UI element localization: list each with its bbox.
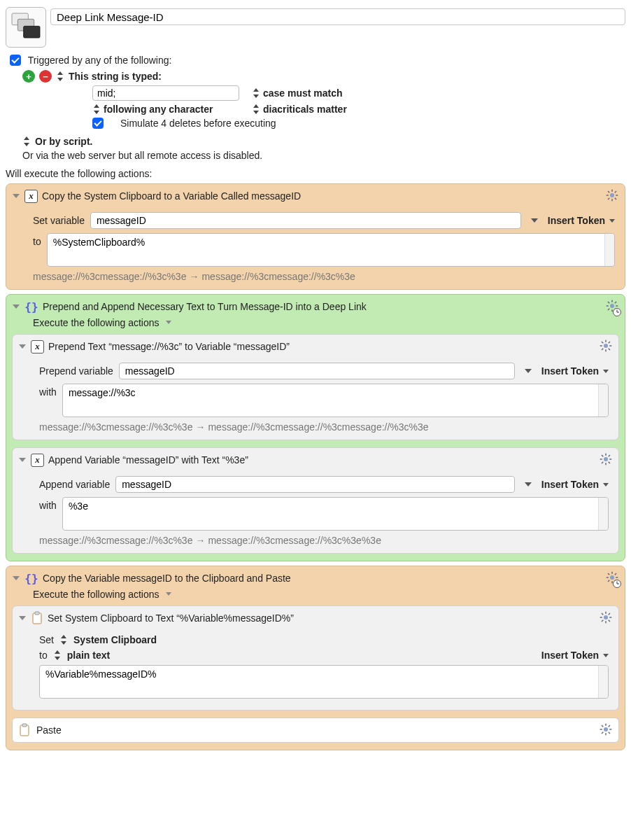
variable-icon: x — [24, 190, 38, 203]
set-variable-label: Set variable — [33, 215, 85, 226]
gear-icon[interactable] — [599, 610, 613, 624]
with-value-input[interactable]: %3e — [63, 498, 598, 530]
action-title: Append Variable “messageID” with Text “%… — [48, 454, 248, 465]
prepend-variable-label: Prepend variable — [39, 365, 113, 377]
gear-icon[interactable] — [599, 722, 613, 736]
variable-name-input[interactable] — [90, 212, 521, 229]
execute-following-label: Execute the following actions — [33, 317, 159, 328]
remove-trigger-button[interactable]: − — [39, 70, 52, 83]
svg-line-75 — [609, 725, 610, 727]
following-label: following any character — [104, 104, 213, 115]
svg-point-33 — [604, 457, 608, 461]
triggered-by-row: Triggered by any of the following: — [10, 55, 625, 66]
group-icon: {} — [24, 571, 38, 585]
svg-rect-55 — [35, 612, 39, 615]
svg-line-41 — [609, 455, 610, 456]
triggered-checkbox[interactable] — [10, 55, 21, 66]
paste-label: Paste — [36, 724, 62, 736]
svg-point-24 — [604, 344, 608, 348]
disclosure-toggle[interactable] — [18, 614, 27, 622]
insert-token-button[interactable]: Insert Token — [541, 365, 609, 377]
format-stepper[interactable] — [53, 650, 62, 660]
text-scrubber[interactable] — [604, 234, 614, 266]
or-script-stepper[interactable] — [22, 136, 31, 146]
svg-line-62 — [609, 620, 610, 622]
insert-token-button[interactable]: Insert Token — [541, 479, 609, 490]
disclosure-toggle[interactable] — [12, 574, 20, 582]
text-scrubber[interactable] — [598, 498, 608, 530]
action-title: Prepend and Append Necessary Text to Tur… — [43, 301, 367, 312]
subactions-toggle[interactable] — [165, 318, 173, 327]
trigger-type-stepper[interactable] — [56, 71, 64, 81]
execute-following-label: Execute the following actions — [33, 589, 159, 600]
macro-name-input[interactable] — [50, 8, 625, 25]
system-clipboard-label: System Clipboard — [73, 634, 157, 645]
disclosure-toggle[interactable] — [12, 192, 20, 200]
variable-name-input[interactable] — [115, 476, 515, 493]
svg-line-17 — [608, 302, 609, 303]
svg-line-39 — [609, 462, 610, 463]
variable-name-input[interactable] — [119, 363, 515, 379]
gear-icon[interactable] — [599, 452, 613, 466]
gear-icon[interactable] — [599, 339, 613, 353]
svg-line-50 — [615, 573, 616, 575]
following-stepper[interactable] — [92, 104, 101, 114]
set-label: Set — [39, 634, 54, 645]
svg-line-32 — [609, 342, 610, 343]
clipboard-target-stepper[interactable] — [59, 635, 68, 645]
disclosure-toggle[interactable] — [18, 342, 27, 351]
plain-text-label: plain text — [67, 650, 110, 661]
trigger-string-input[interactable] — [92, 85, 239, 101]
variable-dropdown[interactable] — [520, 477, 536, 492]
svg-point-3 — [610, 193, 614, 197]
variable-icon: x — [31, 454, 44, 467]
with-label: with — [39, 386, 57, 398]
svg-line-63 — [602, 620, 603, 622]
simulate-deletes-checkbox[interactable] — [92, 118, 104, 129]
action-title: Copy the System Clipboard to a Variable … — [42, 190, 301, 202]
svg-line-31 — [602, 349, 603, 350]
to-value-input[interactable]: %SystemClipboard% — [48, 234, 604, 266]
svg-line-29 — [602, 342, 603, 343]
triggered-by-label: Triggered by any of the following: — [28, 55, 172, 66]
insert-token-button[interactable]: Insert Token — [541, 650, 609, 661]
text-scrubber[interactable] — [598, 384, 608, 416]
svg-line-61 — [602, 613, 603, 615]
svg-line-19 — [608, 309, 609, 310]
action-group-copy-paste: {} Copy the Variable messageID to the Cl… — [6, 566, 625, 750]
will-execute-label: Will execute the following actions: — [6, 168, 625, 179]
gear-icon[interactable] — [605, 188, 619, 202]
svg-rect-66 — [22, 724, 27, 727]
group-icon: {} — [24, 300, 38, 314]
disclosure-toggle[interactable] — [12, 302, 20, 311]
clipboard-value-input[interactable]: %Variable%messageID% — [40, 666, 598, 698]
svg-line-47 — [608, 573, 609, 575]
action-group-prepend-append: {} Prepend and Append Necessary Text to … — [6, 294, 625, 561]
diacriticals-stepper[interactable] — [252, 104, 260, 114]
or-web-label: Or via the web server but all remote acc… — [22, 150, 625, 161]
variable-dropdown[interactable] — [527, 213, 542, 228]
disclosure-toggle[interactable] — [18, 456, 27, 464]
app-icon — [6, 7, 46, 48]
case-stepper[interactable] — [252, 88, 260, 98]
action-append: x Append Variable “messageID” with Text … — [12, 447, 619, 554]
text-scrubber[interactable] — [598, 666, 608, 698]
svg-line-10 — [608, 198, 609, 200]
case-label: case must match — [263, 88, 343, 99]
variable-dropdown[interactable] — [520, 363, 536, 379]
svg-line-9 — [615, 198, 616, 200]
subactions-toggle[interactable] — [165, 590, 173, 598]
svg-line-72 — [602, 725, 603, 727]
svg-line-64 — [609, 613, 610, 615]
svg-point-67 — [604, 727, 608, 732]
action-set-clipboard: Set System Clipboard to Text “%Variable%… — [12, 606, 619, 710]
svg-line-20 — [615, 302, 616, 303]
action-title: Prepend Text “message://%3c” to Variable… — [48, 341, 290, 352]
svg-rect-2 — [24, 26, 40, 38]
svg-line-11 — [615, 191, 616, 192]
or-script-label: Or by script. — [35, 136, 92, 147]
svg-line-73 — [609, 732, 610, 734]
with-value-input[interactable]: message://%3c — [63, 384, 598, 416]
add-trigger-button[interactable]: + — [22, 70, 35, 83]
insert-token-button[interactable]: Insert Token — [548, 215, 615, 226]
